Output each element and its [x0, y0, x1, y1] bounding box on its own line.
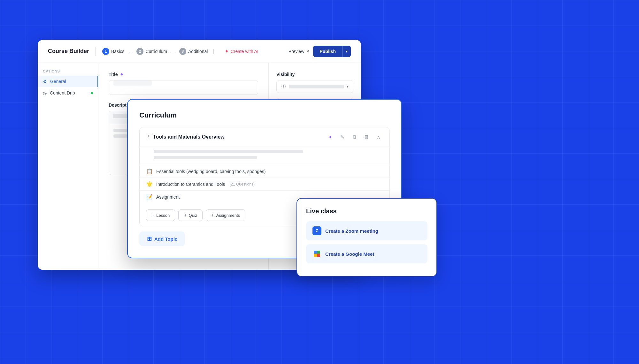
item-badge-1: (21 Questions) — [229, 182, 255, 186]
plus-icon: + — [151, 212, 154, 218]
zoom-icon: Z — [312, 226, 321, 235]
add-topic-plus-icon: ⊞ — [147, 235, 152, 242]
step-3[interactable]: 3 Additional — [179, 48, 208, 55]
clock-icon: ◷ — [43, 90, 47, 95]
collapse-icon[interactable]: ∧ — [374, 133, 383, 141]
title-placeholder — [113, 80, 152, 86]
curriculum-title: Curriculum — [139, 111, 390, 119]
divider-pipe: | — [213, 49, 214, 54]
assignment-icon: 📝 — [146, 194, 153, 200]
eye-icon: 👁 — [281, 84, 286, 89]
step-2-num: 2 — [136, 48, 143, 55]
header-divider — [96, 47, 96, 56]
steps-nav: 1 Basics — 2 Curriculum — 3 Additional |… — [102, 48, 289, 55]
arrow-2: — — [171, 49, 175, 54]
item-text-2: Assignment — [156, 194, 180, 200]
publish-dropdown-button[interactable]: ▾ — [342, 46, 351, 57]
step-1-label: Basics — [111, 49, 124, 54]
list-item: 🌟 Introduction to Ceramics and Tools (21… — [140, 178, 389, 190]
drag-handle-icon[interactable]: ⠿ — [146, 134, 149, 140]
arrow-1: — — [128, 49, 133, 54]
visibility-value — [289, 85, 344, 88]
delete-icon[interactable]: 🗑 — [362, 133, 371, 141]
visibility-label: Visibility — [276, 72, 353, 77]
step-1[interactable]: 1 Basics — [102, 48, 124, 55]
topic-ph-line-2 — [154, 156, 257, 159]
list-item: 📋 Essential tools (wedging board, carvin… — [140, 165, 389, 178]
options-label: Options — [38, 69, 98, 73]
add-quiz-label: Quiz — [189, 213, 197, 218]
external-link-icon: ↗ — [306, 49, 309, 54]
step-1-num: 1 — [102, 48, 109, 55]
create-zoom-button[interactable]: Z Create a Zoom meeting — [306, 221, 427, 240]
zoom-btn-label: Create a Zoom meeting — [325, 228, 378, 234]
header-actions: Preview ↗ Publish ▾ — [289, 46, 351, 57]
create-ai-label: Create with AI — [231, 49, 258, 54]
topic-actions: ✦ ✎ ⧉ 🗑 ∧ — [326, 133, 383, 141]
quiz-icon: 🌟 — [146, 181, 153, 187]
create-google-meet-button[interactable]: Create a Google Meet — [306, 244, 427, 263]
add-lesson-label: Lesson — [156, 213, 170, 218]
svg-rect-1 — [317, 251, 320, 254]
app-title: Course Builder — [48, 48, 89, 55]
ai-enhance-icon[interactable]: ✦ — [326, 133, 335, 141]
duplicate-icon[interactable]: ⧉ — [350, 133, 359, 141]
add-topic-button[interactable]: ⊞ Add Topic — [139, 231, 185, 246]
add-quiz-button[interactable]: + Quiz — [178, 209, 203, 221]
svg-rect-3 — [317, 254, 320, 257]
live-class-title: Live class — [306, 208, 427, 215]
options-sidebar: Options ⚙ General ◷ Content Drip — [38, 63, 98, 270]
header-bar: Course Builder 1 Basics — 2 Curriculum —… — [38, 40, 361, 63]
lesson-icon: 📋 — [146, 168, 153, 174]
item-text-0: Essential tools (wedging board, carving … — [156, 169, 266, 174]
google-meet-btn-label: Create a Google Meet — [325, 251, 374, 257]
title-label: Title ✦ — [109, 72, 258, 77]
preview-button[interactable]: Preview ↗ — [289, 49, 310, 54]
sidebar-item-content-drip[interactable]: ◷ Content Drip — [38, 87, 98, 99]
add-topic-label: Add Topic — [154, 236, 177, 242]
content-drip-status-dot — [91, 92, 93, 94]
ai-sparkle-icon: ✦ — [225, 48, 229, 54]
add-assignments-label: Assignments — [216, 213, 240, 218]
topic-placeholder-area — [140, 147, 389, 165]
item-text-1: Introduction to Ceramics and Tools — [156, 182, 225, 187]
plus-icon: + — [184, 212, 187, 218]
step-3-label: Additional — [188, 49, 208, 54]
topic-name: Tools and Materials Overview — [153, 134, 326, 140]
sidebar-item-general[interactable]: ⚙ General — [38, 76, 98, 87]
publish-button[interactable]: Publish — [313, 46, 342, 57]
create-ai-button[interactable]: ✦ Create with AI — [225, 48, 258, 54]
live-class-panel: Live class Z Create a Zoom meeting Creat… — [296, 198, 437, 277]
preview-label: Preview — [289, 49, 304, 54]
step-3-num: 3 — [179, 48, 186, 55]
gear-icon: ⚙ — [43, 79, 47, 84]
add-assignments-button[interactable]: + Assignments — [206, 209, 245, 221]
topic-ph-line-1 — [154, 150, 303, 153]
title-input[interactable] — [109, 80, 258, 95]
svg-rect-0 — [314, 251, 317, 254]
google-meet-icon — [312, 249, 321, 258]
sidebar-item-general-label: General — [50, 79, 66, 84]
topic-header: ⠿ Tools and Materials Overview ✦ ✎ ⧉ 🗑 ∧ — [140, 127, 389, 147]
sidebar-item-content-drip-label: Content Drip — [50, 90, 75, 95]
step-2[interactable]: 2 Curriculum — [136, 48, 167, 55]
plus-icon: + — [211, 212, 214, 218]
title-sparkle-icon: ✦ — [120, 72, 124, 77]
visibility-select[interactable]: 👁 ▾ — [276, 80, 353, 93]
chevron-down-icon: ▾ — [347, 84, 349, 89]
publish-btn-group: Publish ▾ — [313, 46, 351, 57]
svg-rect-2 — [314, 254, 317, 257]
edit-icon[interactable]: ✎ — [338, 133, 347, 141]
step-2-label: Curriculum — [145, 49, 167, 54]
add-lesson-button[interactable]: + Lesson — [146, 209, 175, 221]
